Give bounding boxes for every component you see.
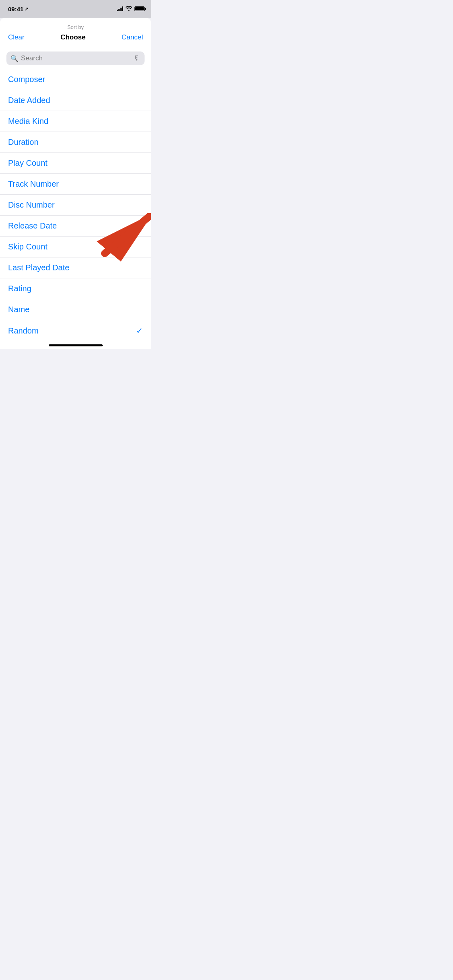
list-item-play-count[interactable]: Play Count: [0, 153, 151, 174]
list-item-label: Skip Count: [8, 242, 48, 251]
list-item-name[interactable]: Name: [0, 299, 151, 320]
list-item-label: Random: [8, 326, 39, 336]
status-time: 09:41 ↗: [8, 6, 28, 12]
list-item-label: Disc Number: [8, 200, 55, 210]
header-row: Clear Choose Cancel: [8, 32, 143, 45]
list-item-label: Duration: [8, 138, 39, 147]
list-item-rating[interactable]: Rating: [0, 278, 151, 299]
sort-by-label: Sort by: [8, 24, 143, 30]
home-bar: [49, 344, 103, 346]
list-item-skip-count[interactable]: Skip Count: [0, 237, 151, 257]
signal-strength-icon: [117, 6, 124, 11]
microphone-icon[interactable]: 🎙: [134, 54, 141, 62]
sort-options-list: Composer Date Added Media Kind Duration …: [0, 69, 151, 341]
list-item-composer[interactable]: Composer: [0, 69, 151, 90]
time-display: 09:41: [8, 6, 23, 12]
list-item-label: Rating: [8, 284, 31, 293]
battery-icon: [134, 6, 145, 11]
clear-button[interactable]: Clear: [8, 33, 25, 41]
status-bar: 09:41 ↗: [0, 0, 151, 18]
list-item-duration[interactable]: Duration: [0, 132, 151, 153]
list-item-label: Last Played Date: [8, 263, 69, 272]
modal-header: Sort by Clear Choose Cancel: [0, 18, 151, 48]
list-item-label: Track Number: [8, 179, 59, 189]
home-indicator: [0, 341, 151, 349]
list-item-label: Composer: [8, 75, 45, 84]
search-bar[interactable]: 🔍 🎙: [6, 51, 145, 65]
list-item-label: Play Count: [8, 159, 48, 168]
list-item-track-number[interactable]: Track Number: [0, 174, 151, 195]
sort-modal: Sort by Clear Choose Cancel 🔍 🎙 Composer…: [0, 18, 151, 349]
list-item-release-date[interactable]: Release Date: [0, 216, 151, 237]
search-input[interactable]: [21, 54, 131, 62]
list-item-media-kind[interactable]: Media Kind: [0, 111, 151, 132]
list-item-label: Name: [8, 305, 29, 314]
location-arrow-icon: ↗: [25, 6, 28, 12]
list-item-disc-number[interactable]: Disc Number: [0, 195, 151, 216]
list-item-last-played-date[interactable]: Last Played Date: [0, 257, 151, 278]
list-item-label: Release Date: [8, 221, 57, 231]
cancel-button[interactable]: Cancel: [122, 33, 143, 41]
search-icon: 🔍: [10, 55, 19, 62]
list-item-date-added[interactable]: Date Added: [0, 90, 151, 111]
status-icons: [117, 6, 145, 12]
choose-title: Choose: [60, 33, 85, 41]
search-container: 🔍 🎙: [0, 48, 151, 69]
checkmark-icon: ✓: [136, 326, 143, 336]
wifi-icon: [126, 6, 132, 12]
list-item-random[interactable]: Random ✓: [0, 320, 151, 341]
list-item-label: Date Added: [8, 96, 50, 105]
list-item-label: Media Kind: [8, 117, 48, 126]
